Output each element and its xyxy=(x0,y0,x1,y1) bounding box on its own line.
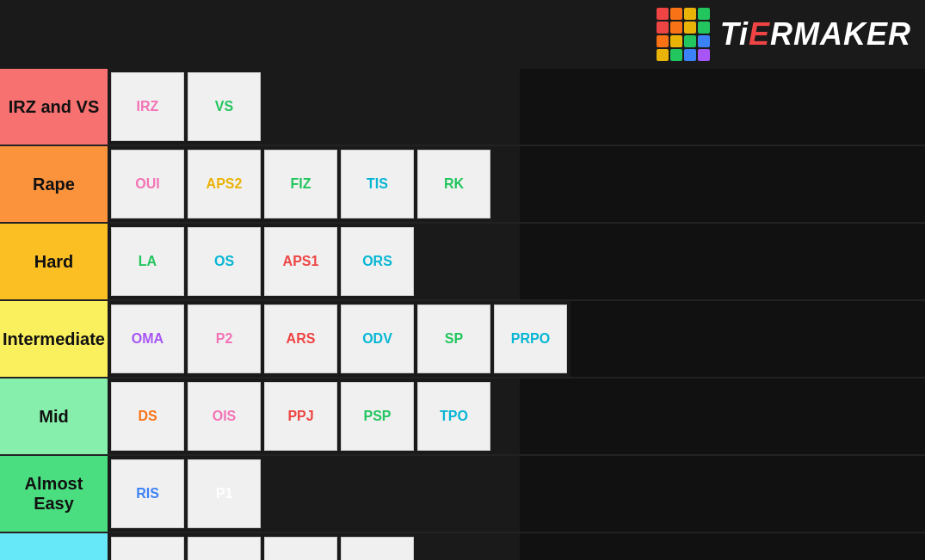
tier-label-irz-and-vs: IRZ and VS xyxy=(0,69,108,145)
tier-items-intermediate: OMAP2ARSODVSPPRPO xyxy=(108,301,570,377)
logo-cell xyxy=(684,35,696,47)
tier-empty-almost-easy xyxy=(520,456,925,532)
logo-cell xyxy=(670,35,682,47)
tier-empty-intermediate xyxy=(570,301,925,377)
tier-item-opb[interactable]: OPB xyxy=(341,537,414,560)
tier-items-easy: PUITUPOiMOPB xyxy=(108,533,520,560)
tier-item-rk[interactable]: RK xyxy=(417,150,490,218)
tier-item-oui[interactable]: OUI xyxy=(111,150,184,218)
header: TiERMAKER xyxy=(0,0,925,69)
logo-cell xyxy=(670,22,682,34)
tier-items-mid: DSOISPPJPSPTPO xyxy=(108,378,520,454)
logo-cell xyxy=(698,49,710,61)
logo: TiERMAKER xyxy=(657,8,911,61)
tier-item-ors[interactable]: ORS xyxy=(341,227,414,296)
tier-item-odv[interactable]: ODV xyxy=(341,305,414,373)
tier-item-oim[interactable]: OiM xyxy=(264,537,337,560)
tier-label-almost-easy: Almost Easy xyxy=(0,456,108,532)
tier-item-irz[interactable]: IRZ xyxy=(111,72,184,141)
logo-cell xyxy=(684,22,696,34)
tier-empty-rape xyxy=(520,146,925,222)
tier-item-ris[interactable]: RIS xyxy=(111,459,184,528)
logo-grid xyxy=(657,8,710,61)
tier-item-tpo[interactable]: TPO xyxy=(417,382,490,451)
tier-row-rape: RapeOUIAPS2FIZTISRK xyxy=(0,146,925,224)
logo-cell xyxy=(657,8,669,20)
tier-row-mid: MidDSOISPPJPSPTPO xyxy=(0,378,925,456)
tier-item-vs[interactable]: VS xyxy=(188,72,261,141)
logo-cell xyxy=(657,49,669,61)
tier-empty-easy xyxy=(520,533,925,560)
tier-item-ars[interactable]: ARS xyxy=(264,305,337,373)
logo-cell xyxy=(698,22,710,34)
tier-label-rape: Rape xyxy=(0,146,108,222)
logo-cell xyxy=(684,49,696,61)
logo-cell xyxy=(670,8,682,20)
tier-empty-mid xyxy=(520,378,925,454)
tier-label-hard: Hard xyxy=(0,224,108,299)
logo-text: TiERMAKER xyxy=(720,16,911,52)
tier-item-pui[interactable]: PUI xyxy=(111,537,184,560)
tier-row-hard: HardLAOSAPS1ORS xyxy=(0,224,925,301)
tier-items-hard: LAOSAPS1ORS xyxy=(108,224,520,299)
tier-item-psp[interactable]: PSP xyxy=(341,382,414,451)
tier-item-ois[interactable]: OIS xyxy=(188,382,261,451)
tier-item-aps1[interactable]: APS1 xyxy=(264,227,337,296)
logo-cell xyxy=(657,35,669,47)
tier-items-almost-easy: RISP1 xyxy=(108,456,520,532)
tier-item-ds[interactable]: DS xyxy=(111,382,184,451)
tiers-container: IRZ and VSIRZVSRapeOUIAPS2FIZTISRKHardLA… xyxy=(0,69,925,560)
tier-item-sp[interactable]: SP xyxy=(417,305,490,373)
tier-item-prpo[interactable]: PRPO xyxy=(494,305,567,373)
tier-item-tis[interactable]: TIS xyxy=(341,150,414,218)
tier-item-fiz[interactable]: FIZ xyxy=(264,150,337,218)
tiermaker-container: TiERMAKER IRZ and VSIRZVSRapeOUIAPS2FIZT… xyxy=(0,0,925,560)
logo-cell xyxy=(657,22,669,34)
tier-label-easy: Easy xyxy=(0,533,108,560)
logo-cell xyxy=(684,8,696,20)
tier-item-p1[interactable]: P1 xyxy=(188,459,261,528)
tier-item-p2[interactable]: P2 xyxy=(188,305,261,373)
tier-item-la[interactable]: LA xyxy=(111,227,184,296)
tier-empty-irz-and-vs xyxy=(520,69,925,145)
logo-cell xyxy=(698,8,710,20)
tier-item-tup[interactable]: TUP xyxy=(188,537,261,560)
tier-items-rape: OUIAPS2FIZTISRK xyxy=(108,146,520,222)
tier-item-os[interactable]: OS xyxy=(188,227,261,296)
tier-label-intermediate: Intermediate xyxy=(0,301,108,377)
logo-cell xyxy=(670,49,682,61)
tier-item-aps2[interactable]: APS2 xyxy=(188,150,261,218)
tier-row-easy: EasyPUITUPOiMOPB xyxy=(0,533,925,560)
tier-item-oma[interactable]: OMA xyxy=(111,305,184,373)
tier-label-mid: Mid xyxy=(0,378,108,454)
tier-item-ppj[interactable]: PPJ xyxy=(264,382,337,451)
tier-row-intermediate: IntermediateOMAP2ARSODVSPPRPO xyxy=(0,301,925,378)
tier-row-almost-easy: Almost EasyRISP1 xyxy=(0,456,925,533)
logo-cell xyxy=(698,35,710,47)
tier-empty-hard xyxy=(520,224,925,299)
tier-row-irz-and-vs: IRZ and VSIRZVS xyxy=(0,69,925,146)
tier-items-irz-and-vs: IRZVS xyxy=(108,69,520,145)
